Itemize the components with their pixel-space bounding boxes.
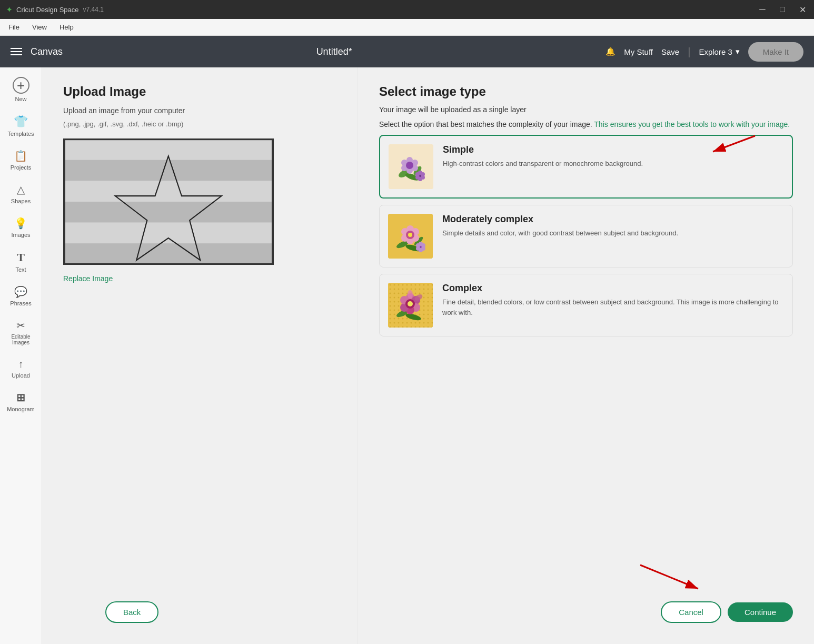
machine-label: Explore 3	[699, 47, 732, 56]
monogram-icon: ⊞	[16, 391, 25, 404]
upload-icon: ↑	[18, 358, 24, 370]
cancel-button[interactable]: Cancel	[661, 601, 721, 623]
my-stuff-link[interactable]: My Stuff	[624, 47, 653, 56]
select-panel: Select image type Your image will be upl…	[358, 67, 814, 644]
flower-complex-svg	[388, 283, 433, 328]
sidebar-item-projects[interactable]: 📋 Projects	[0, 144, 42, 176]
sidebar-item-phrases[interactable]: 💬 Phrases	[0, 280, 42, 312]
select-title: Select image type	[379, 84, 793, 99]
app-title: Cricut Design Space	[16, 6, 79, 14]
projects-icon: 📋	[14, 150, 27, 162]
type-card-complex[interactable]: Complex Fine detail, blended colors, or …	[379, 274, 793, 336]
svg-rect-3	[64, 181, 273, 202]
select-subtitle: Your image will be uploaded as a single …	[379, 105, 793, 114]
content-wrapper: Upload Image Upload an image from your c…	[42, 67, 814, 644]
sidebar-label-monogram: Monogram	[7, 406, 35, 412]
machine-selector[interactable]: Explore 3 ▾	[699, 47, 739, 56]
svg-rect-2	[64, 160, 273, 181]
sidebar-label-shapes: Shapes	[11, 198, 31, 204]
title-bar: ✦ Cricut Design Space v7.44.1 ─ □ ✕	[0, 0, 814, 19]
sidebar-label-templates: Templates	[7, 131, 34, 137]
card-content-moderate: Moderately complex Simple details and co…	[442, 214, 784, 239]
sidebar-label-images: Images	[11, 232, 30, 238]
sidebar: + New 👕 Templates 📋 Projects △ Shapes 💡 …	[0, 67, 42, 644]
back-button-container: Back	[105, 601, 158, 623]
app-version: v7.44.1	[83, 6, 104, 13]
hamburger-menu[interactable]	[11, 48, 22, 55]
sidebar-label-text: Text	[15, 266, 26, 273]
nav-divider: |	[688, 46, 690, 58]
main-layout: + New 👕 Templates 📋 Projects △ Shapes 💡 …	[0, 67, 814, 644]
thumbnail-simple	[389, 144, 433, 189]
save-button[interactable]: Save	[661, 47, 679, 56]
sidebar-item-upload[interactable]: ↑ Upload	[0, 353, 42, 384]
svg-point-63	[408, 301, 413, 306]
chevron-down-icon: ▾	[736, 47, 740, 56]
text-icon: T	[17, 251, 25, 264]
maximize-button[interactable]: □	[777, 5, 788, 15]
flower-moderate-svg	[388, 214, 433, 259]
editable-images-icon: ✂	[16, 319, 25, 332]
select-highlight: This ensures you get the best tools to w…	[594, 120, 790, 128]
sidebar-item-editable-images[interactable]: ✂ Editable Images	[0, 314, 42, 351]
upload-panel: Upload Image Upload an image from your c…	[42, 67, 358, 644]
sidebar-label-projects: Projects	[11, 164, 32, 171]
card-desc-moderate: Simple details and color, with good cont…	[442, 228, 784, 239]
sidebar-item-text[interactable]: T Text	[0, 245, 42, 278]
svg-point-64	[408, 290, 413, 299]
star-svg	[64, 138, 273, 265]
panels-row: Upload Image Upload an image from your c…	[42, 67, 814, 644]
sidebar-item-monogram[interactable]: ⊞ Monogram	[0, 386, 42, 418]
svg-point-27	[415, 172, 420, 176]
templates-icon: 👕	[14, 115, 28, 128]
close-button[interactable]: ✕	[797, 5, 808, 15]
thumbnail-complex	[388, 283, 433, 328]
bottom-actions: Cancel Continue	[661, 601, 793, 623]
sidebar-label-editable-images: Editable Images	[3, 334, 38, 345]
replace-image-button[interactable]: Replace Image	[63, 274, 336, 283]
card-desc-complex: Fine detail, blended colors, or low cont…	[442, 297, 784, 318]
card-desc-simple: High-contrast colors and transparent or …	[443, 158, 783, 169]
card-title-simple: Simple	[443, 144, 783, 155]
continue-button[interactable]: Continue	[728, 602, 793, 622]
notification-bell[interactable]: 🔔	[605, 47, 616, 56]
back-button[interactable]: Back	[105, 601, 158, 623]
sidebar-item-new[interactable]: + New	[0, 72, 42, 107]
sidebar-item-templates[interactable]: 👕 Templates	[0, 110, 42, 142]
type-card-moderate[interactable]: Moderately complex Simple details and co…	[379, 205, 793, 267]
menu-help[interactable]: Help	[59, 23, 74, 31]
new-icon: +	[13, 77, 29, 94]
card-content-complex: Complex Fine detail, blended colors, or …	[442, 283, 784, 318]
window-controls: ─ □ ✕	[757, 5, 808, 15]
svg-point-42	[408, 233, 412, 237]
svg-point-49	[416, 243, 420, 247]
card-content-simple: Simple High-contrast colors and transpar…	[443, 144, 783, 169]
sidebar-item-shapes[interactable]: △ Shapes	[0, 178, 42, 210]
document-title[interactable]: Untitled*	[316, 46, 352, 57]
image-preview	[63, 138, 274, 265]
type-card-simple[interactable]: Simple High-contrast colors and transpar…	[379, 135, 793, 199]
top-nav-left: Canvas	[11, 46, 63, 57]
sidebar-label-phrases: Phrases	[10, 300, 31, 306]
app-logo: ✦	[6, 6, 12, 14]
flower-simple-svg	[389, 144, 433, 189]
sidebar-label-upload: Upload	[12, 372, 30, 379]
select-description: Select the option that best matches the …	[379, 120, 793, 128]
card-title-complex: Complex	[442, 283, 784, 294]
images-icon: 💡	[14, 217, 27, 230]
canvas-label: Canvas	[31, 46, 63, 57]
upload-title: Upload Image	[63, 84, 336, 99]
svg-rect-4	[64, 202, 273, 223]
title-bar-left: ✦ Cricut Design Space v7.44.1	[6, 6, 104, 14]
svg-rect-5	[64, 223, 273, 244]
upload-formats: (.png, .jpg, .gif, .svg, .dxf, .heic or …	[63, 120, 336, 128]
sidebar-label-new: New	[15, 96, 26, 102]
menu-view[interactable]: View	[32, 23, 47, 31]
menu-file[interactable]: File	[8, 23, 19, 31]
minimize-button[interactable]: ─	[757, 5, 768, 15]
shapes-icon: △	[17, 183, 25, 196]
make-it-button[interactable]: Make It	[748, 42, 803, 62]
top-nav: Canvas Untitled* 🔔 My Stuff Save | Explo…	[0, 36, 814, 67]
sidebar-item-images[interactable]: 💡 Images	[0, 212, 42, 243]
phrases-icon: 💬	[14, 285, 27, 298]
